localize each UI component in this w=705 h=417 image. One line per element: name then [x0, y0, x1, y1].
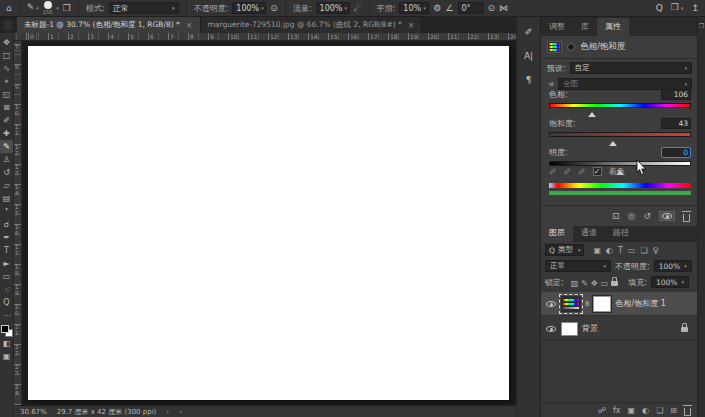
opacity-select[interactable]: 100%▾ [232, 2, 266, 14]
smoothing-select[interactable]: 10%▾ [399, 2, 429, 14]
collapsed-panel-icon[interactable]: ❐ [698, 22, 705, 29]
brush-tool-icon[interactable]: ✎▾ [27, 0, 39, 17]
mask-link-icon[interactable]: 8 [585, 300, 589, 308]
preset-select[interactable]: 自定▾ [570, 62, 692, 74]
clip-to-layer-icon[interactable]: ⊡ [612, 211, 620, 221]
path-selection-tool[interactable]: ► [0, 257, 13, 270]
link-layers-icon[interactable]: ☍ [598, 406, 606, 415]
tab-bar-menu-icon[interactable]: ∷ [3, 20, 13, 30]
filter-type-layers-icon[interactable]: T [618, 246, 623, 255]
airbrush-icon[interactable]: ☄ [354, 0, 362, 17]
layer-visibility-icon[interactable] [545, 301, 557, 307]
eyedropper-tool[interactable]: ✐ [0, 114, 13, 127]
layers-panel-tab-0[interactable]: 图层 [541, 224, 573, 242]
layer-row-background[interactable]: 背景 [541, 317, 698, 341]
healing-brush-tool[interactable]: ✚ [0, 127, 13, 140]
hue-slider-thumb[interactable] [588, 108, 596, 117]
reset-adjustment-icon[interactable]: ↺ [643, 211, 651, 221]
search-icon[interactable]: Q [656, 0, 663, 17]
document-tab[interactable]: 未标题-1 @ 30.7% (色相/饱和度 1, RGB/8) *× [17, 17, 201, 33]
layers-panel-tab-1[interactable]: 通道 [573, 224, 605, 242]
shape-tool[interactable]: ▭ [0, 270, 13, 283]
brushes-panel-icon[interactable]: ✐ [521, 25, 537, 39]
eyedropper-add-icon[interactable]: ✐ [564, 167, 572, 177]
layer-opacity-select[interactable]: 100%▾ [654, 260, 692, 272]
flow-select[interactable]: 100%▾ [316, 2, 350, 14]
layer-filtering-toggle-icon[interactable]: ♀ [653, 246, 659, 255]
saturation-slider-thumb[interactable] [609, 137, 617, 146]
lock-position-icon[interactable]: ✥ [591, 279, 598, 288]
canvas[interactable] [28, 46, 509, 400]
eyedropper-sample-icon[interactable]: ✐ [549, 167, 557, 177]
pasteboard[interactable] [22, 41, 516, 405]
home-icon[interactable]: ⌂ [6, 0, 12, 17]
eyedropper-subtract-icon[interactable]: ✐ [578, 167, 586, 177]
color-swatches[interactable] [1, 325, 13, 337]
share-icon[interactable]: ↥ [691, 0, 699, 17]
foreground-color-swatch[interactable] [1, 325, 9, 333]
filter-adjustment-layers-icon[interactable]: ◐ [606, 246, 613, 255]
status-scroll-arrow[interactable]: ‹ [179, 408, 182, 416]
layer-visibility-icon[interactable] [545, 326, 557, 332]
view-previous-state-icon[interactable]: ◎ [628, 211, 636, 221]
smoothing-options-icon[interactable]: ⚙ [433, 0, 441, 17]
brush-angle-input[interactable]: 0° [458, 2, 484, 14]
layer-blend-mode-select[interactable]: 正常▾ [545, 260, 611, 272]
status-popup-arrow[interactable]: › [166, 408, 169, 416]
history-brush-tool[interactable]: ↺ [0, 166, 13, 179]
marquee-tool[interactable]: □ [0, 49, 13, 62]
move-tool[interactable]: ✥ [0, 36, 13, 49]
blend-mode-select[interactable]: 正常▾ [109, 2, 179, 14]
adjustment-layer-thumbnail[interactable] [561, 296, 581, 312]
workspace-switcher-icon[interactable]: ❐▾ [671, 0, 684, 17]
lightness-value-input[interactable]: 0 [661, 147, 691, 158]
delete-adjustment-icon[interactable] [683, 211, 690, 222]
new-adjustment-layer-icon[interactable]: ◐ [642, 406, 649, 415]
opacity-pressure-icon[interactable]: ⊙ [270, 0, 278, 17]
layer-effects-icon[interactable]: fx [613, 406, 621, 415]
dodge-tool[interactable]: ☌ [0, 218, 13, 231]
filter-pixel-layers-icon[interactable]: ▣ [593, 246, 601, 255]
quick-mask-icon[interactable]: ◧ [0, 337, 13, 350]
new-layer-icon[interactable]: ⊞ [670, 406, 677, 415]
colorize-checkbox[interactable]: ✓ [593, 167, 602, 176]
paragraph-panel-icon[interactable]: ¶ [521, 73, 537, 87]
blur-tool[interactable]: ❜ [0, 205, 13, 218]
zoom-tool[interactable]: Q [0, 296, 13, 309]
document-info[interactable]: 29.7 厘米 x 42 厘米 (300 ppi) [57, 407, 157, 417]
eraser-tool[interactable]: ▱ [0, 179, 13, 192]
lasso-tool[interactable]: ∿ [0, 62, 13, 75]
hue-slider[interactable] [549, 103, 691, 108]
crop-tool[interactable]: ◱ [0, 88, 13, 101]
symmetry-icon[interactable]: ⋈ [499, 0, 508, 17]
toggle-visibility-icon[interactable] [659, 211, 675, 221]
filter-smart-objects-icon[interactable]: ❏ [640, 246, 647, 255]
fill-select[interactable]: 100%▾ [651, 276, 689, 288]
object-selection-tool[interactable]: ⌖ [0, 75, 13, 88]
hand-tool[interactable]: ☜ [0, 283, 13, 296]
delete-layer-icon[interactable] [684, 405, 691, 416]
toggle-brush-settings-icon[interactable]: ❐ [63, 0, 71, 17]
gradient-tool[interactable]: ▤ [0, 192, 13, 205]
lock-artboard-icon[interactable]: ▭ [601, 279, 609, 288]
brush-preset-picker[interactable]: 156 ▾ [43, 1, 59, 15]
clone-stamp-tool[interactable]: ♙ [0, 153, 13, 166]
close-tab-icon[interactable]: × [408, 21, 415, 30]
layer-filter-select[interactable]: Q类型▾ [545, 244, 584, 256]
saturation-value-input[interactable]: 43 [661, 118, 691, 129]
layer-mask-thumbnail[interactable] [593, 296, 611, 312]
size-pressure-icon[interactable]: ⊙ [488, 0, 496, 17]
background-lock-icon[interactable] [681, 323, 688, 334]
new-group-icon[interactable]: ❏ [656, 406, 663, 415]
panel-tab-2[interactable]: 属性 [597, 18, 629, 36]
horizontal-ruler[interactable]: 0123456789101112131415161718192021222324 [14, 33, 516, 41]
background-layer-thumbnail[interactable] [561, 322, 578, 336]
edit-toolbar[interactable]: ⋯ [0, 309, 13, 322]
lock-all-icon[interactable] [611, 277, 618, 286]
character-panel-icon[interactable]: A| [521, 49, 537, 63]
frame-tool[interactable]: ⊠ [0, 101, 13, 114]
pen-tool[interactable]: ✒ [0, 231, 13, 244]
layer-row-adjustment[interactable]: 8 色相/饱和度 1 [541, 292, 698, 316]
saturation-slider[interactable] [549, 132, 691, 137]
type-tool[interactable]: T [0, 244, 13, 257]
